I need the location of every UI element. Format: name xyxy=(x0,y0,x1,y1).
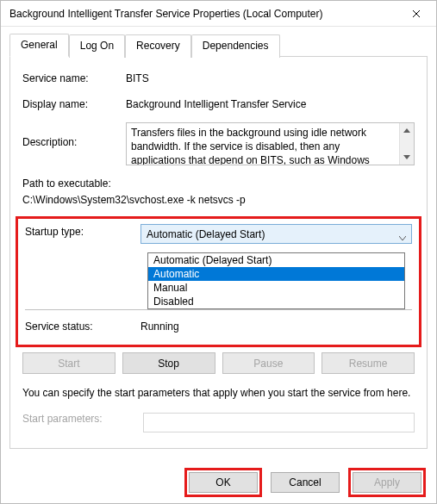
divider xyxy=(25,309,412,310)
highlight-ok: OK xyxy=(184,468,262,497)
scroll-up-button[interactable] xyxy=(400,123,414,138)
start-button: Start xyxy=(22,352,115,374)
startup-type-selected: Automatic (Delayed Start) xyxy=(147,228,265,240)
path-value: C:\Windows\System32\svchost.exe -k netsv… xyxy=(22,194,415,206)
window-title: Background Intelligent Transfer Service … xyxy=(9,8,396,20)
start-parameters-input xyxy=(143,413,415,432)
title-bar: Background Intelligent Transfer Service … xyxy=(1,1,436,27)
tab-panel: Service name: BITS Display name: Backgro… xyxy=(9,56,428,449)
option-automatic-delayed[interactable]: Automatic (Delayed Start) xyxy=(148,253,404,267)
description-text[interactable]: Transfers files in the background using … xyxy=(127,123,399,165)
properties-dialog: Background Intelligent Transfer Service … xyxy=(0,0,437,504)
path-label: Path to executable: xyxy=(22,177,415,190)
tab-general[interactable]: General xyxy=(9,34,69,57)
resume-button: Resume xyxy=(322,352,415,374)
option-manual[interactable]: Manual xyxy=(148,281,404,295)
dialog-footer: OK Cancel Apply xyxy=(1,462,436,503)
service-status-value: Running xyxy=(140,319,412,333)
description-label: Description: xyxy=(22,122,126,148)
pause-button: Pause xyxy=(222,352,315,374)
ok-button[interactable]: OK xyxy=(189,472,258,493)
startup-type-combo[interactable]: Automatic (Delayed Start) xyxy=(140,224,412,244)
service-buttons: Start Stop Pause Resume xyxy=(22,352,415,374)
tab-strip: General Log On Recovery Dependencies xyxy=(9,34,428,57)
service-status-label: Service status: xyxy=(25,319,140,333)
startup-type-dropdown[interactable]: Automatic (Delayed Start) Automatic Manu… xyxy=(147,252,405,309)
description-scrollbar[interactable] xyxy=(399,123,414,165)
close-button[interactable] xyxy=(396,1,436,27)
chevron-down-icon xyxy=(403,155,410,159)
apply-button: Apply xyxy=(353,472,421,493)
close-icon xyxy=(412,9,421,18)
description-box: Transfers files in the background using … xyxy=(126,122,415,165)
cancel-button[interactable]: Cancel xyxy=(271,472,340,493)
option-automatic[interactable]: Automatic xyxy=(148,267,404,281)
highlight-apply: Apply xyxy=(348,468,426,497)
startup-type-label: Startup type: xyxy=(25,224,140,238)
service-name-value: BITS xyxy=(126,71,415,84)
help-text: You can specify the start parameters tha… xyxy=(22,386,415,401)
service-name-label: Service name: xyxy=(22,71,126,84)
chevron-down-icon xyxy=(399,231,406,243)
scroll-down-button[interactable] xyxy=(400,150,414,165)
start-parameters-label: Start parameters: xyxy=(22,413,143,425)
display-name-value: Background Intelligent Transfer Service xyxy=(126,96,415,110)
tab-recovery[interactable]: Recovery xyxy=(125,34,191,58)
tab-dependencies[interactable]: Dependencies xyxy=(191,34,280,58)
chevron-up-icon xyxy=(403,128,410,133)
highlight-startup-area: Startup type: Automatic (Delayed Start) … xyxy=(16,216,421,347)
display-name-label: Display name: xyxy=(22,96,126,110)
option-disabled[interactable]: Disabled xyxy=(148,295,404,308)
tab-logon[interactable]: Log On xyxy=(69,34,125,58)
stop-button[interactable]: Stop xyxy=(122,352,215,374)
